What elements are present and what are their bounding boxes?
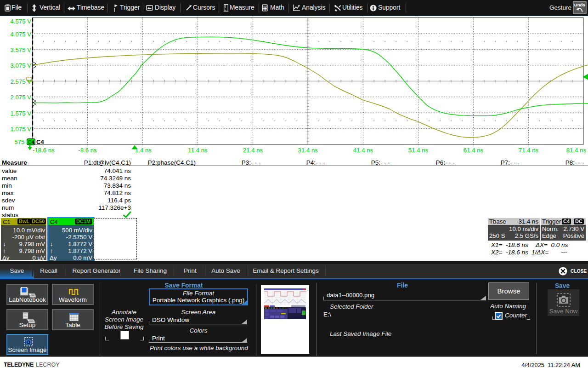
svg-text:2.575 V: 2.575 V	[11, 78, 32, 85]
svg-text:61.4 ns: 61.4 ns	[464, 147, 484, 154]
svg-text:1.4 ns: 1.4 ns	[135, 147, 152, 154]
svg-text:81.4 ns: 81.4 ns	[566, 147, 587, 154]
svg-text:1.575 V: 1.575 V	[11, 110, 32, 117]
svg-text:21.4 ns: 21.4 ns	[243, 147, 263, 154]
svg-text:41.4 ns: 41.4 ns	[353, 147, 373, 154]
svg-text:-18.6 ns: -18.6 ns	[33, 147, 55, 154]
svg-text:575 m: 575 m	[14, 138, 31, 145]
svg-text:11.4 ns: 11.4 ns	[188, 147, 208, 154]
svg-text:51.4 ns: 51.4 ns	[408, 147, 429, 154]
svg-text:71.4 ns: 71.4 ns	[519, 147, 539, 154]
svg-text:3.575 V: 3.575 V	[11, 46, 32, 53]
svg-text:4.575 V: 4.575 V	[11, 18, 32, 25]
svg-text:-8.6 ns: -8.6 ns	[78, 147, 97, 154]
svg-text:4.075 V: 4.075 V	[11, 31, 32, 38]
svg-text:2.075 V: 2.075 V	[11, 94, 32, 101]
svg-text:3.075 V: 3.075 V	[11, 62, 32, 69]
svg-text:C4: C4	[36, 138, 44, 145]
svg-text:31.4 ns: 31.4 ns	[298, 147, 318, 154]
svg-text:1.075 V: 1.075 V	[11, 126, 32, 132]
